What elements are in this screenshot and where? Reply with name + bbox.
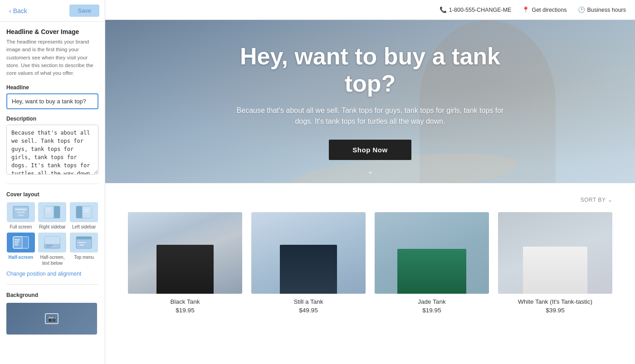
description-textarea[interactable]: Because that's about all we sell. Tank t… [6,125,98,175]
layout-label-half-screen: Half-screen [9,254,33,260]
product-grid: Black Tank $19.95 Still a Tank $49.95 Ja… [128,212,612,314]
layout-label-half-screen-text: Half-screen, text below [38,254,67,266]
background-overlay: 📷 [6,303,97,335]
hours-item[interactable]: 🕐 Business hours [578,6,626,13]
layout-box-half-screen [7,233,35,252]
svg-rect-6 [54,206,60,218]
product-image-0 [128,212,242,294]
divider-2 [6,284,98,285]
svg-rect-24 [76,237,92,239]
layout-box-right-sidebar [38,202,66,222]
svg-rect-13 [84,211,88,212]
svg-rect-8 [46,211,50,212]
phone-item[interactable]: 📞 1-800-555-CHANGE-ME [440,6,512,13]
svg-rect-12 [84,209,89,210]
product-section: SORT BY ⌄ Black Tank $19.95 Still a Tank… [105,183,635,327]
svg-rect-16 [15,239,20,240]
phone-icon: 📞 [440,6,447,13]
svg-rect-17 [15,242,19,243]
image-icon: 📷 [45,313,59,324]
svg-rect-3 [18,214,24,216]
layout-label-left-sidebar: Left sidebar [72,224,96,230]
background-preview[interactable]: 📷 [6,303,97,335]
layout-option-top-menu[interactable]: Top menu [69,233,98,266]
save-button[interactable]: Save [69,5,99,17]
product-price-1: $49.95 [299,307,318,314]
product-card-3[interactable]: White Tank (It's Tank-tastic) $39.95 [498,212,612,314]
sort-by-button[interactable]: SORT BY ⌄ [581,197,612,203]
sort-chevron-icon: ⌄ [608,197,613,203]
product-name-2: Jade Tank [418,298,445,305]
layout-box-left-sidebar [70,202,98,222]
hero-section: Hey, want to buy a tank top? Because tha… [105,20,635,183]
svg-rect-25 [78,242,86,243]
product-name-3: White Tank (It's Tank-tastic) [518,298,592,305]
background-label: Background [6,292,98,298]
product-image-3 [498,212,612,294]
hours-label: Business hours [587,7,626,13]
hero-description: Because that's about all we sell. Tank t… [230,105,511,127]
sort-bar: SORT BY ⌄ [128,197,612,203]
product-price-2: $19.95 [422,307,441,314]
layout-label-full-screen: Full screen [10,224,32,230]
product-name-1: Still a Tank [293,298,323,305]
top-bar: 📞 1-800-555-CHANGE-ME 📍 Get directions 🕐… [105,0,635,20]
svg-rect-21 [46,245,53,246]
layout-box-top-menu [70,233,98,252]
product-card-0[interactable]: Black Tank $19.95 [128,212,242,314]
svg-rect-7 [46,209,51,210]
layout-label-top-menu: Top menu [74,254,94,260]
change-position-link[interactable]: Change position and alignment [6,271,98,277]
directions-item[interactable]: 📍 Get directions [522,6,567,13]
hero-title: Hey, want to buy a tank top? [211,43,529,97]
hero-chevron-icon: ⌄ [367,166,374,176]
layout-grid-row2: Half-screen Half-screen, text below [6,233,98,266]
clock-icon: 🕐 [578,6,585,13]
svg-rect-1 [15,209,27,210]
layout-option-half-screen-text[interactable]: Half-screen, text below [38,233,67,266]
panel-content: Headline & Cover Image The headline repr… [0,22,105,364]
svg-rect-18 [15,244,18,245]
layout-option-full-screen[interactable]: Full screen [6,202,35,230]
left-panel: ‹ Back Save Headline & Cover Image The h… [0,0,105,364]
layout-box-half-screen-text [38,233,66,252]
layout-box-full-screen [7,202,35,222]
svg-rect-20 [44,237,60,244]
back-chevron-icon: ‹ [9,7,11,15]
product-price-0: $19.95 [176,307,194,314]
svg-rect-11 [76,206,82,218]
section-title: Headline & Cover Image [6,28,98,35]
layout-option-half-screen[interactable]: Half-screen [6,233,35,266]
svg-rect-2 [17,212,25,213]
product-price-3: $39.95 [546,307,564,314]
headline-input[interactable] [6,93,98,109]
sort-by-label: SORT BY [581,197,606,203]
product-image-1 [251,212,366,294]
main-area: 📞 1-800-555-CHANGE-ME 📍 Get directions 🕐… [105,0,635,364]
phone-number: 1-800-555-CHANGE-ME [449,7,512,13]
product-name-0: Black Tank [170,298,200,305]
directions-label: Get directions [532,7,567,13]
svg-rect-22 [46,247,51,248]
cover-layout-title: Cover layout [6,191,98,198]
shop-now-button[interactable]: Shop Now [329,140,411,160]
panel-header: ‹ Back Save [0,0,105,22]
product-image-2 [375,212,489,294]
product-card-2[interactable]: Jade Tank $19.95 [375,212,489,314]
layout-label-right-sidebar: Right sidebar [39,224,66,230]
divider-1 [6,184,98,184]
back-button[interactable]: ‹ Back [5,5,31,16]
layout-grid-row1: Full screen Right sidebar [6,202,98,230]
svg-rect-26 [79,244,84,246]
layout-option-left-sidebar[interactable]: Left sidebar [69,202,98,230]
product-card-1[interactable]: Still a Tank $49.95 [251,212,366,314]
description-label: Description [6,116,98,122]
back-label: Back [13,7,27,15]
location-icon: 📍 [522,6,529,13]
layout-option-right-sidebar[interactable]: Right sidebar [38,202,67,230]
section-description: The headline represents your brand image… [6,38,98,77]
headline-label: Headline [6,84,98,91]
